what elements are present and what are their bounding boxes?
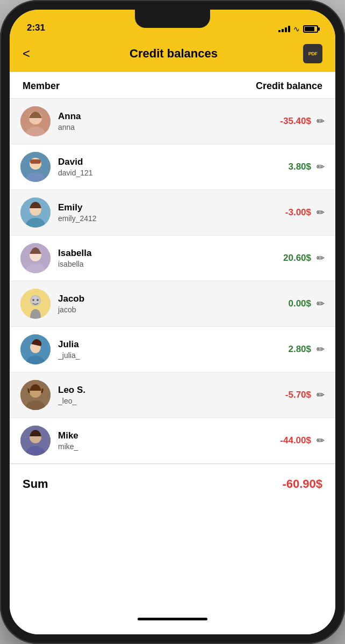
header: < Credit balances PDF [10,38,335,72]
battery-icon [303,25,318,33]
status-icons: ∿ [278,25,318,33]
member-balance-section: 0.00$ ✏ [288,298,325,310]
edit-icon[interactable]: ✏ [317,252,325,264]
avatar [20,243,51,273]
edit-icon[interactable]: ✏ [317,343,325,355]
member-list: Anna anna -35.40$ ✏ [10,99,335,464]
member-info: Isabella isabella [58,248,283,268]
member-username: _leo_ [58,397,285,405]
list-item: Julia _julia_ 2.80$ ✏ [10,327,335,372]
member-username: anna [58,123,280,131]
member-name: David [58,157,288,167]
edit-icon[interactable]: ✏ [317,298,325,310]
member-name: Jacob [58,294,288,304]
member-info: Julia _julia_ [58,339,288,360]
member-info: Emily emily_2412 [58,202,285,223]
edit-icon[interactable]: ✏ [317,161,325,173]
member-username: jacob [58,305,288,314]
list-item: Mike mike_ -44.00$ ✏ [10,418,335,464]
notch [135,10,210,28]
member-balance-section: -44.00$ ✏ [280,435,325,447]
status-time: 2:31 [27,23,45,33]
member-info: Jacob jacob [58,294,288,314]
balance-amount: 2.80$ [288,344,311,355]
member-balance-section: -5.70$ ✏ [285,389,325,401]
svg-point-17 [37,299,39,301]
member-username: mike_ [58,442,280,451]
member-info: David david_121 [58,157,288,177]
member-balance-section: -3.00$ ✏ [285,207,325,218]
member-balance-section: -35.40$ ✏ [280,115,325,127]
balance-amount: 20.60$ [283,253,311,264]
balance-amount: -3.00$ [285,207,311,218]
wifi-icon: ∿ [293,25,300,33]
svg-rect-6 [30,159,41,164]
column-headers: Member Credit balance [10,72,335,99]
list-item: Jacob jacob 0.00$ ✏ [10,281,335,327]
balance-amount: 0.00$ [288,298,311,309]
member-username: isabella [58,260,283,268]
edit-icon[interactable]: ✏ [317,115,325,127]
member-balance-section: 2.80$ ✏ [288,343,325,355]
page-title: Credit balances [130,47,218,61]
member-username: _julia_ [58,351,288,360]
member-column-header: Member [23,80,60,92]
balance-amount: -44.00$ [280,435,311,446]
balance-amount: 3.80$ [288,162,311,172]
member-balance-section: 20.60$ ✏ [283,252,325,264]
list-item: Emily emily_2412 -3.00$ ✏ [10,190,335,236]
member-info: Leo S. _leo_ [58,385,285,405]
avatar [20,334,51,364]
member-name: Emily [58,202,285,213]
back-button[interactable]: < [23,46,44,61]
pdf-button[interactable]: PDF [303,44,322,63]
avatar [20,289,51,319]
balance-column-header: Credit balance [256,80,322,92]
list-item: Leo S. _leo_ -5.70$ ✏ [10,372,335,418]
edit-icon[interactable]: ✏ [317,389,325,401]
home-indicator [138,618,207,620]
list-item: Anna anna -35.40$ ✏ [10,99,335,144]
phone-frame: 2:31 ∿ < Credit balances PDF [0,0,345,644]
avatar [20,152,51,182]
member-info: Mike mike_ [58,430,280,451]
edit-icon[interactable]: ✏ [317,435,325,447]
member-username: emily_2412 [58,214,285,223]
balance-amount: -5.70$ [285,390,311,400]
svg-point-16 [32,299,34,301]
sum-label: Sum [23,477,48,491]
phone-screen: 2:31 ∿ < Credit balances PDF [10,10,335,634]
signal-icon [278,26,290,32]
member-name: Mike [58,430,280,441]
member-name: Isabella [58,248,283,259]
member-name: Leo S. [58,385,285,396]
list-item: Isabella isabella 20.60$ ✏ [10,236,335,281]
member-name: Julia [58,339,288,350]
sum-amount: -60.90$ [282,477,322,491]
avatar [20,197,51,228]
member-username: david_121 [58,169,288,177]
member-balance-section: 3.80$ ✏ [288,161,325,173]
list-item: David david_121 3.80$ ✏ [10,144,335,190]
content-area: Member Credit balance [10,72,335,634]
avatar [20,426,51,456]
member-name: Anna [58,111,280,122]
avatar [20,106,51,136]
sum-row: Sum -60.90$ [10,464,335,504]
member-info: Anna anna [58,111,280,131]
edit-icon[interactable]: ✏ [317,207,325,218]
avatar [20,380,51,410]
pdf-icon: PDF [308,51,318,56]
balance-amount: -35.40$ [280,116,311,127]
